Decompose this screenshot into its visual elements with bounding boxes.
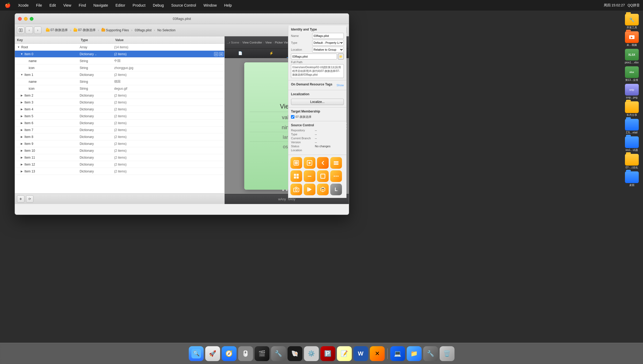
disclosure-item6[interactable]: ▶	[20, 122, 23, 125]
toolbar-navigator-btn[interactable]	[17, 27, 24, 34]
close-button[interactable]	[18, 17, 22, 21]
breadcrumb-item-1[interactable]: 07-旗旗选择	[72, 27, 97, 33]
ondemand-show-btn[interactable]: Show	[336, 84, 344, 87]
menubar-edit[interactable]: Edit	[48, 3, 57, 8]
comp-btn-1[interactable]	[290, 157, 302, 169]
disclosure-item10[interactable]: ▶	[20, 149, 23, 152]
toolbar-forward-btn[interactable]: ›	[34, 27, 41, 34]
comp-btn-minus[interactable]	[304, 170, 315, 182]
dock-folder[interactable]: 📁	[407, 346, 422, 361]
dock-trash[interactable]: 🗑️	[440, 346, 455, 361]
breadcrumb-item-2[interactable]: Supporting Files	[100, 28, 130, 33]
disclosure-root[interactable]: ▼	[17, 46, 20, 49]
plist-row-item1[interactable]: ▼ Item 1 Dictionary (2 items)	[15, 71, 224, 78]
menubar-file[interactable]: File	[35, 3, 44, 8]
row-action-minus[interactable]: −	[214, 52, 218, 56]
menubar-navigate[interactable]: Navigate	[92, 3, 110, 8]
plist-row-item8[interactable]: ▶ Item 8 Dictionary (2 items)	[15, 133, 224, 140]
disclosure-item8[interactable]: ▶	[20, 135, 23, 138]
menubar-help[interactable]: Help	[222, 3, 233, 8]
disclosure-item5[interactable]: ▶	[20, 115, 23, 118]
comp-btn-camera[interactable]	[290, 184, 302, 195]
dock-terminal[interactable]: 🐚	[288, 346, 302, 361]
disclosure-item12[interactable]: ▶	[20, 163, 23, 166]
breadcrumb-item-3[interactable]: 03flags.plist	[133, 28, 153, 33]
plist-row-item11[interactable]: ▶ Item 11 Dictionary (2 items)	[15, 154, 224, 161]
apple-menu[interactable]: 🍎	[3, 2, 12, 9]
comp-btn-play[interactable]	[304, 184, 315, 195]
plist-row-item4[interactable]: ▶ Item 4 Dictionary (2 items)	[15, 106, 224, 113]
comp-btn-square[interactable]	[317, 170, 329, 182]
add-row-btn[interactable]: +	[17, 195, 24, 203]
breadcrumb-item-0[interactable]: 07-旗旗选择	[45, 27, 69, 33]
disclosure-item4[interactable]: ▶	[20, 108, 23, 111]
dock-p[interactable]: 🅿️	[320, 346, 335, 361]
desktop-icon-devtools[interactable]: 🔧 开发工具	[623, 14, 641, 29]
rp-name-input[interactable]	[312, 33, 344, 39]
inspector-tab-file[interactable]: 📄	[225, 49, 256, 58]
inspector-tab-quick-help[interactable]: ⚡	[256, 49, 287, 58]
comp-btn-2[interactable]	[304, 157, 315, 169]
menubar-find[interactable]: Find	[77, 3, 87, 8]
desktop-icon-desktop[interactable]: 桌面	[623, 171, 641, 187]
dock-launchpad[interactable]: 🚀	[205, 346, 220, 361]
comp-btn-4[interactable]	[330, 157, 342, 169]
dock-notes[interactable]: 📝	[337, 346, 352, 361]
disclosure-item1[interactable]: ▼	[20, 73, 23, 76]
minimize-button[interactable]	[24, 17, 28, 21]
desktop-icon-snip[interactable]: snip snip...png	[623, 84, 641, 99]
dock-xcode[interactable]: 💻	[390, 346, 405, 361]
plist-row-root[interactable]: ▼ Root Array (14 items)	[15, 44, 224, 51]
plist-row-item5[interactable]: ▶ Item 5 Dictionary (2 items)	[15, 113, 224, 120]
ib-bc-scene[interactable]: ...r Scene	[227, 41, 239, 44]
dock-video[interactable]: 🎬	[255, 346, 269, 361]
rp-location-select[interactable]: Relative to Group	[312, 47, 344, 53]
rp-filename-browse-btn[interactable]: 📁	[338, 54, 344, 59]
plist-row-item13[interactable]: ▶ Item 13 Dictionary (2 items)	[15, 168, 224, 175]
disclosure-item11[interactable]: ▶	[20, 156, 23, 159]
menubar-view[interactable]: View	[62, 3, 73, 8]
plist-row-item0-name[interactable]: ▶ name String 中国	[15, 58, 224, 64]
plist-row-item7[interactable]: ▶ Item 7 Dictionary (2 items)	[15, 127, 224, 133]
plist-row-item3[interactable]: ▶ Item 3 Dictionary (2 items)	[15, 99, 224, 106]
menubar-window[interactable]: Window	[202, 3, 218, 8]
row-action-plus[interactable]: +	[219, 52, 223, 56]
dock-mouse[interactable]: 🖱️	[238, 346, 253, 361]
comp-btn-back[interactable]	[317, 157, 329, 169]
breadcrumb-item-4[interactable]: No Selection	[156, 28, 177, 33]
plist-row-item6[interactable]: ▶ Item 6 Dictionary (2 items)	[15, 120, 224, 127]
disclosure-item0[interactable]: ▼	[20, 53, 23, 56]
disclosure-item2[interactable]: ▶	[20, 94, 23, 97]
disclosure-item3[interactable]: ▶	[20, 101, 23, 104]
menubar-source-control[interactable]: Source Control	[170, 3, 198, 8]
disclosure-item13[interactable]: ▶	[20, 170, 23, 173]
ib-bc-vc[interactable]: View Controller	[242, 41, 262, 44]
dock-utilities[interactable]: 🔧	[423, 346, 438, 361]
comp-btn-l[interactable]: L	[330, 184, 342, 195]
comp-btn-grid[interactable]	[290, 170, 302, 182]
dock-w[interactable]: W	[353, 346, 368, 361]
disclosure-item7[interactable]: ▶	[20, 128, 23, 132]
plist-row-item1-name[interactable]: ▶ name String 德国	[15, 78, 224, 85]
plist-row-item10[interactable]: ▶ Item 10 Dictionary (2 items)	[15, 147, 224, 154]
menubar-editor[interactable]: Editor	[114, 3, 127, 8]
menubar-product[interactable]: Product	[131, 3, 147, 8]
desktop-icon-car[interactable]: 车丹分享	[623, 101, 641, 117]
toolbar-back-btn[interactable]: ‹	[25, 27, 33, 34]
comp-btn-dots[interactable]	[330, 170, 342, 182]
type-dropdown-arrow[interactable]: ⌄	[95, 53, 97, 56]
desktop-icon-zjl[interactable]: ZJL...etail	[623, 119, 641, 134]
rp-filename-input[interactable]	[291, 54, 337, 59]
localize-button[interactable]: Localize...	[291, 99, 344, 105]
plist-row-item0[interactable]: ▼ Item 0 Dictionary ⌄ (2 items) − +	[15, 51, 224, 58]
plist-row-item1-icon[interactable]: ▶ icon String deguo.gif	[15, 85, 224, 92]
ib-bc-view[interactable]: View	[265, 41, 272, 44]
desktop-icon-07opt[interactable]: 07-...(优化	[623, 154, 641, 169]
maximize-button[interactable]	[30, 17, 33, 21]
desktop-icon-video[interactable]: ▶ 未...视频	[623, 31, 641, 47]
plist-row-item0-icon[interactable]: ▶ icon String zhongguo.jpg	[15, 64, 224, 71]
plist-row-item12[interactable]: ▶ Item 12 Dictionary (2 items)	[15, 161, 224, 168]
dock-x[interactable]: ✕	[370, 346, 385, 361]
plist-row-item9[interactable]: ▶ Item 9 Dictionary (2 items)	[15, 140, 224, 147]
disclosure-item9[interactable]: ▶	[20, 142, 23, 145]
